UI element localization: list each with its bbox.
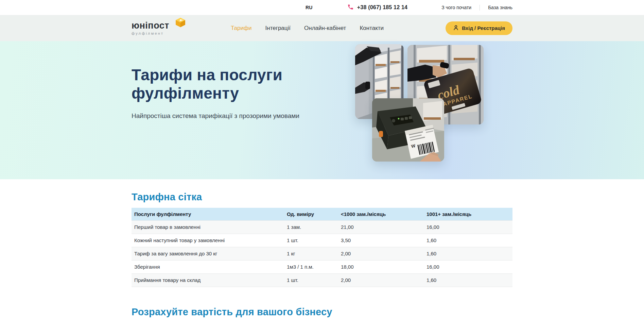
nav-item-integrations[interactable]: Інтеграції (265, 25, 291, 32)
tariff-table: Послуги фулфілменту Од. виміру <1000 зам… (132, 208, 512, 287)
language-switcher[interactable]: RU (306, 5, 313, 10)
login-register-button[interactable]: Вхід / Реєстрація (446, 21, 512, 35)
cell-price-low: 18,00 (341, 260, 427, 273)
cell-unit: 1м3 / 1 п.м. (287, 260, 341, 273)
cell-unit: 1 шт. (287, 273, 341, 287)
cell-service: Зберігання (132, 260, 287, 273)
cell-service: Перший товар в замовленні (132, 220, 287, 234)
hero-section: Тарифи на послуги фулфілменту Найпростіш… (0, 41, 644, 179)
column-header-unit: Од. виміру (287, 208, 341, 220)
pricing-section: Тарифна сітка Послуги фулфілменту Од. ви… (0, 179, 644, 318)
cell-service: Кожний наступний товар у замовленні (132, 234, 287, 247)
cell-service: Приймання товару на склад (132, 273, 287, 287)
cell-price-high: 16,00 (427, 220, 512, 234)
table-row: Зберігання 1м3 / 1 п.м. 18,00 16,00 (132, 260, 512, 273)
topbar-divider (480, 5, 480, 11)
table-row: Перший товар в замовленні 1 зам. 21,00 1… (132, 220, 512, 234)
main-header: юніпост фулфілмент Тарифи Інтеграції Онл… (0, 15, 644, 41)
cell-price-low: 3,50 (341, 234, 427, 247)
cell-price-high: 1,60 (427, 273, 512, 287)
cell-unit: 1 шт. (287, 234, 341, 247)
column-header-over-1001: 1001+ зам./місяць (427, 208, 512, 220)
topbar-link-knowledge-base[interactable]: База знань (488, 5, 512, 10)
cell-price-high: 16,00 (427, 260, 512, 273)
logo[interactable]: юніпост фулфілмент (132, 21, 180, 35)
cube-logo-icon (176, 18, 185, 29)
table-header-row: Послуги фулфілменту Од. виміру <1000 зам… (132, 208, 512, 220)
nav-item-online-cabinet[interactable]: Онлайн-кабінет (304, 25, 346, 32)
column-header-service: Послуги фулфілменту (132, 208, 287, 220)
phone-icon (347, 4, 354, 12)
cell-unit: 1 зам. (287, 220, 341, 234)
nav-item-tariffs[interactable]: Тарифи (231, 25, 252, 32)
main-nav: Тарифи Інтеграції Онлайн-кабінет Контакт… (231, 25, 384, 32)
pricing-heading: Тарифна сітка (132, 179, 512, 203)
cell-price-low: 21,00 (341, 220, 427, 234)
page-title: Тарифи на послуги фулфілменту (132, 66, 301, 103)
cell-price-high: 1,60 (427, 234, 512, 247)
calculator-heading: Розрахуйте вартість для вашого бізнесу (132, 306, 512, 318)
cell-price-low: 2,00 (341, 247, 427, 260)
logo-wordmark: юніпост (132, 21, 180, 30)
table-row: Тариф за вагу замовлення до 30 кг 1 кг 2… (132, 247, 512, 260)
nav-item-contacts[interactable]: Контакти (360, 25, 384, 32)
topbar: RU +38 (067) 185 12 14 З чого почати Баз… (0, 0, 644, 15)
table-row: Кожний наступний товар у замовленні 1 шт… (132, 234, 512, 247)
logo-tagline: фулфілмент (132, 31, 180, 35)
page-subtitle: Найпростіша система тарифікації з прозор… (132, 112, 301, 120)
label-printer-photo: W (372, 98, 444, 162)
column-header-under-1000: <1000 зам./місяць (341, 208, 427, 220)
cell-price-high: 1,60 (427, 247, 512, 260)
cell-unit: 1 кг (287, 247, 341, 260)
table-row: Приймання товару на склад 1 шт. 2,00 1,6… (132, 273, 512, 287)
phone-number[interactable]: +38 (067) 185 12 14 (357, 4, 407, 11)
cell-service: Тариф за вагу замовлення до 30 кг (132, 247, 287, 260)
topbar-link-get-started[interactable]: З чого почати (441, 5, 471, 10)
cell-price-low: 2,00 (341, 273, 427, 287)
user-icon (453, 25, 459, 32)
login-button-label: Вхід / Реєстрація (462, 25, 505, 31)
phone-block[interactable]: +38 (067) 185 12 14 (347, 4, 407, 12)
